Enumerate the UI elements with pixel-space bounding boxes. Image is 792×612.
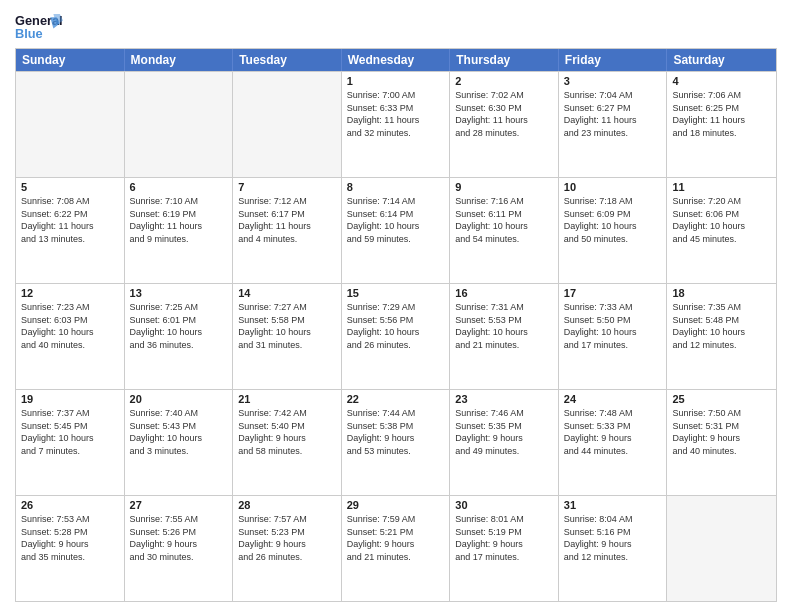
day-number: 15	[347, 287, 445, 299]
day-number: 30	[455, 499, 553, 511]
day-info: Sunrise: 7:55 AM Sunset: 5:26 PM Dayligh…	[130, 513, 228, 563]
day-cell-7: 7Sunrise: 7:12 AM Sunset: 6:17 PM Daylig…	[233, 178, 342, 283]
day-cell-21: 21Sunrise: 7:42 AM Sunset: 5:40 PM Dayli…	[233, 390, 342, 495]
day-number: 24	[564, 393, 662, 405]
day-header-tuesday: Tuesday	[233, 49, 342, 71]
day-info: Sunrise: 7:33 AM Sunset: 5:50 PM Dayligh…	[564, 301, 662, 351]
day-number: 18	[672, 287, 771, 299]
day-info: Sunrise: 7:14 AM Sunset: 6:14 PM Dayligh…	[347, 195, 445, 245]
calendar-row-1: 1Sunrise: 7:00 AM Sunset: 6:33 PM Daylig…	[16, 71, 776, 177]
day-info: Sunrise: 7:12 AM Sunset: 6:17 PM Dayligh…	[238, 195, 336, 245]
day-info: Sunrise: 7:18 AM Sunset: 6:09 PM Dayligh…	[564, 195, 662, 245]
day-cell-3: 3Sunrise: 7:04 AM Sunset: 6:27 PM Daylig…	[559, 72, 668, 177]
calendar-header: SundayMondayTuesdayWednesdayThursdayFrid…	[16, 49, 776, 71]
day-cell-6: 6Sunrise: 7:10 AM Sunset: 6:19 PM Daylig…	[125, 178, 234, 283]
day-number: 3	[564, 75, 662, 87]
day-info: Sunrise: 7:02 AM Sunset: 6:30 PM Dayligh…	[455, 89, 553, 139]
day-info: Sunrise: 7:23 AM Sunset: 6:03 PM Dayligh…	[21, 301, 119, 351]
day-number: 20	[130, 393, 228, 405]
day-cell-1: 1Sunrise: 7:00 AM Sunset: 6:33 PM Daylig…	[342, 72, 451, 177]
day-number: 4	[672, 75, 771, 87]
day-info: Sunrise: 7:29 AM Sunset: 5:56 PM Dayligh…	[347, 301, 445, 351]
day-info: Sunrise: 7:50 AM Sunset: 5:31 PM Dayligh…	[672, 407, 771, 457]
day-number: 9	[455, 181, 553, 193]
day-info: Sunrise: 7:48 AM Sunset: 5:33 PM Dayligh…	[564, 407, 662, 457]
day-number: 11	[672, 181, 771, 193]
day-cell-18: 18Sunrise: 7:35 AM Sunset: 5:48 PM Dayli…	[667, 284, 776, 389]
header: General Blue	[15, 10, 777, 42]
day-number: 26	[21, 499, 119, 511]
day-number: 16	[455, 287, 553, 299]
day-info: Sunrise: 7:46 AM Sunset: 5:35 PM Dayligh…	[455, 407, 553, 457]
day-header-monday: Monday	[125, 49, 234, 71]
svg-text:Blue: Blue	[15, 26, 43, 41]
day-cell-26: 26Sunrise: 7:53 AM Sunset: 5:28 PM Dayli…	[16, 496, 125, 601]
day-number: 28	[238, 499, 336, 511]
day-info: Sunrise: 8:01 AM Sunset: 5:19 PM Dayligh…	[455, 513, 553, 563]
day-cell-14: 14Sunrise: 7:27 AM Sunset: 5:58 PM Dayli…	[233, 284, 342, 389]
day-info: Sunrise: 7:20 AM Sunset: 6:06 PM Dayligh…	[672, 195, 771, 245]
day-number: 21	[238, 393, 336, 405]
day-number: 7	[238, 181, 336, 193]
day-cell-22: 22Sunrise: 7:44 AM Sunset: 5:38 PM Dayli…	[342, 390, 451, 495]
day-number: 25	[672, 393, 771, 405]
day-info: Sunrise: 7:57 AM Sunset: 5:23 PM Dayligh…	[238, 513, 336, 563]
day-number: 22	[347, 393, 445, 405]
day-number: 14	[238, 287, 336, 299]
calendar-row-5: 26Sunrise: 7:53 AM Sunset: 5:28 PM Dayli…	[16, 495, 776, 601]
day-cell-25: 25Sunrise: 7:50 AM Sunset: 5:31 PM Dayli…	[667, 390, 776, 495]
day-cell-19: 19Sunrise: 7:37 AM Sunset: 5:45 PM Dayli…	[16, 390, 125, 495]
day-cell-8: 8Sunrise: 7:14 AM Sunset: 6:14 PM Daylig…	[342, 178, 451, 283]
day-cell-16: 16Sunrise: 7:31 AM Sunset: 5:53 PM Dayli…	[450, 284, 559, 389]
day-number: 1	[347, 75, 445, 87]
calendar: SundayMondayTuesdayWednesdayThursdayFrid…	[15, 48, 777, 602]
day-info: Sunrise: 7:08 AM Sunset: 6:22 PM Dayligh…	[21, 195, 119, 245]
day-info: Sunrise: 7:37 AM Sunset: 5:45 PM Dayligh…	[21, 407, 119, 457]
day-number: 31	[564, 499, 662, 511]
day-info: Sunrise: 7:27 AM Sunset: 5:58 PM Dayligh…	[238, 301, 336, 351]
day-info: Sunrise: 8:04 AM Sunset: 5:16 PM Dayligh…	[564, 513, 662, 563]
day-cell-31: 31Sunrise: 8:04 AM Sunset: 5:16 PM Dayli…	[559, 496, 668, 601]
day-info: Sunrise: 7:31 AM Sunset: 5:53 PM Dayligh…	[455, 301, 553, 351]
day-number: 17	[564, 287, 662, 299]
calendar-row-2: 5Sunrise: 7:08 AM Sunset: 6:22 PM Daylig…	[16, 177, 776, 283]
day-header-sunday: Sunday	[16, 49, 125, 71]
day-number: 27	[130, 499, 228, 511]
day-cell-27: 27Sunrise: 7:55 AM Sunset: 5:26 PM Dayli…	[125, 496, 234, 601]
day-info: Sunrise: 7:04 AM Sunset: 6:27 PM Dayligh…	[564, 89, 662, 139]
day-info: Sunrise: 7:00 AM Sunset: 6:33 PM Dayligh…	[347, 89, 445, 139]
day-info: Sunrise: 7:53 AM Sunset: 5:28 PM Dayligh…	[21, 513, 119, 563]
calendar-row-4: 19Sunrise: 7:37 AM Sunset: 5:45 PM Dayli…	[16, 389, 776, 495]
day-cell-12: 12Sunrise: 7:23 AM Sunset: 6:03 PM Dayli…	[16, 284, 125, 389]
day-number: 19	[21, 393, 119, 405]
day-info: Sunrise: 7:42 AM Sunset: 5:40 PM Dayligh…	[238, 407, 336, 457]
day-number: 2	[455, 75, 553, 87]
day-info: Sunrise: 7:40 AM Sunset: 5:43 PM Dayligh…	[130, 407, 228, 457]
day-cell-24: 24Sunrise: 7:48 AM Sunset: 5:33 PM Dayli…	[559, 390, 668, 495]
day-number: 12	[21, 287, 119, 299]
day-info: Sunrise: 7:25 AM Sunset: 6:01 PM Dayligh…	[130, 301, 228, 351]
logo-svg: General Blue	[15, 10, 63, 42]
page: General Blue SundayMondayTuesdayWednesda…	[0, 0, 792, 612]
day-cell-10: 10Sunrise: 7:18 AM Sunset: 6:09 PM Dayli…	[559, 178, 668, 283]
day-cell-23: 23Sunrise: 7:46 AM Sunset: 5:35 PM Dayli…	[450, 390, 559, 495]
day-number: 5	[21, 181, 119, 193]
day-info: Sunrise: 7:35 AM Sunset: 5:48 PM Dayligh…	[672, 301, 771, 351]
day-info: Sunrise: 7:44 AM Sunset: 5:38 PM Dayligh…	[347, 407, 445, 457]
day-cell-2: 2Sunrise: 7:02 AM Sunset: 6:30 PM Daylig…	[450, 72, 559, 177]
day-info: Sunrise: 7:10 AM Sunset: 6:19 PM Dayligh…	[130, 195, 228, 245]
day-header-wednesday: Wednesday	[342, 49, 451, 71]
day-number: 8	[347, 181, 445, 193]
day-cell-empty	[16, 72, 125, 177]
logo: General Blue	[15, 10, 63, 42]
day-cell-28: 28Sunrise: 7:57 AM Sunset: 5:23 PM Dayli…	[233, 496, 342, 601]
day-cell-empty	[667, 496, 776, 601]
day-cell-13: 13Sunrise: 7:25 AM Sunset: 6:01 PM Dayli…	[125, 284, 234, 389]
day-number: 23	[455, 393, 553, 405]
day-info: Sunrise: 7:06 AM Sunset: 6:25 PM Dayligh…	[672, 89, 771, 139]
day-cell-11: 11Sunrise: 7:20 AM Sunset: 6:06 PM Dayli…	[667, 178, 776, 283]
day-info: Sunrise: 7:16 AM Sunset: 6:11 PM Dayligh…	[455, 195, 553, 245]
day-number: 13	[130, 287, 228, 299]
day-number: 6	[130, 181, 228, 193]
calendar-body: 1Sunrise: 7:00 AM Sunset: 6:33 PM Daylig…	[16, 71, 776, 601]
